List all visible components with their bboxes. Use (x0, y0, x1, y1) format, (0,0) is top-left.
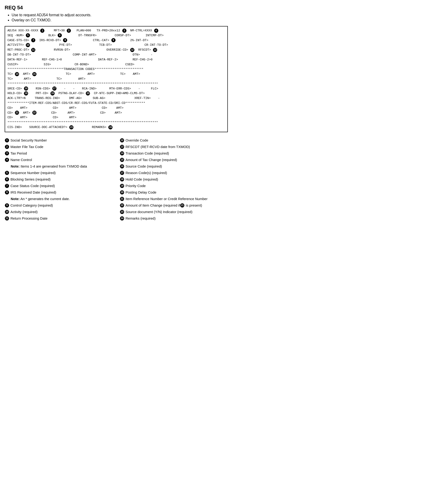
legend-text-3: Tax Period (11, 151, 27, 156)
circle-15: 15 (32, 72, 36, 76)
form-line-line7: DATA-REF-1> REF-CHG-1>0 DATA-REF-2> REF-… (7, 57, 225, 62)
circle-14: 14 (15, 72, 19, 76)
circle-11: 11 (5, 216, 9, 220)
form-line-line8: CUSIP> SIG> CR-BOND> CSED> (7, 62, 225, 67)
legend-item-24: 24Remarks (required) (120, 216, 228, 221)
circle-5: 5 (26, 33, 30, 37)
legend-item-21: 21Item Reference Number or Credit Refere… (120, 196, 228, 201)
circle-16: 16 (120, 164, 124, 168)
legend-text-12: Override Code (126, 138, 148, 143)
legend-text-19: Priority Code (126, 183, 146, 188)
legend-item-5: 5Sequence Number (required) (5, 170, 113, 175)
circle-2: 2 (67, 29, 71, 33)
legend-text-10: Activity (required) (11, 209, 38, 214)
form-line-line17: CD> AMT> CD> AMT> CD> AMT> (7, 106, 225, 111)
legend-note: Note: An * generates the current date. (11, 196, 113, 201)
circle-7: 7 (31, 38, 35, 42)
circle-8: 8 (63, 38, 67, 42)
circle-23: 23 (120, 210, 124, 214)
circle-21: 21 (120, 197, 124, 201)
bullet-list: Use to request ADJ54 format to adjust ac… (12, 13, 228, 22)
legend-item-4: 4Name Control (5, 157, 113, 162)
circle-9: 9 (111, 38, 115, 42)
legend-item-20: 20Posting Delay Code (120, 190, 228, 195)
circle-18: 18 (24, 91, 28, 95)
legend-item-18: 18Hold Code (required) (120, 177, 228, 182)
legend-text-8: IRS Received Date (required) (11, 190, 56, 195)
circle-13: 13 (153, 48, 157, 52)
legend-text-21: Item Reference Number or Credit Referenc… (126, 196, 208, 201)
form-line-line10: TC> 14 AMT> 15 TC> AMT> TC> AMT> (7, 72, 225, 77)
circle-2: 2 (5, 145, 9, 149)
form-line-line21: CIS-IND> SOURCE-DOC-ATTACHED?> 23 REMARK… (7, 125, 225, 130)
legend-item-8: 8IRS Received Date (required) (5, 190, 113, 195)
circle-1: 1 (40, 29, 44, 33)
legend-item-15: 15Amount of Tax Change (required) (120, 157, 228, 162)
legend-text-1: Social Security Number (11, 138, 47, 143)
circle-24: 24 (120, 216, 124, 220)
legend-text-11: Return Processing Date (11, 216, 47, 221)
circle-19: 19 (50, 91, 55, 95)
form-line-line11: TC> AMT> TC> AMT> (7, 77, 225, 82)
form-line-line9: *******************************TRANSACTI… (7, 67, 225, 72)
circle-17: 17 (120, 171, 124, 175)
circle-17: 17 (52, 86, 57, 91)
legend-item-10: 10Activity (required) (5, 209, 113, 214)
bullet-item-2: Overlay on CC TXMOD. (12, 18, 228, 22)
circle-20: 20 (86, 91, 90, 95)
legend-item-19: 19Priority Code (120, 183, 228, 188)
form-line-line5: RET-PROC-DT> 11 RVRSN-DT> OVERRIDE-CD> 1… (7, 48, 225, 52)
circle-3: 3 (5, 151, 9, 155)
legend-text-17: Reason Code(s) (required) (126, 170, 167, 175)
circle-6: 6 (5, 177, 9, 182)
legend-text-5: Sequence Number (required) (11, 170, 56, 175)
legend-item-14: 14Transaction Code (required) (120, 151, 228, 156)
circle-23: 23 (69, 125, 74, 129)
circle-19: 19 (120, 184, 124, 188)
legend-text-2: Master File Tax Code (11, 144, 43, 149)
legend-right-col: 12Override Code13RFSCDT (RET-RCVD date f… (120, 138, 228, 222)
circle-8: 8 (5, 190, 9, 195)
legend-left-col: 1Social Security Number2Master File Tax … (5, 138, 113, 222)
legend-text-24: Remarks (required) (126, 216, 156, 221)
legend-text-7: Case Status Code (required) (11, 183, 55, 188)
circle-24: 24 (108, 125, 112, 129)
circle-15: 15 (120, 158, 124, 162)
form-line-line16: ************ITEM-REF-CDS/ABST-CDS/CR-REF… (7, 101, 225, 106)
legend-text-4: Name Control (11, 157, 32, 162)
legend-item-3: 3Tax Period (5, 151, 113, 156)
form-line-line6: DB-INT-TO-DT> COMP-INT-AMT> OTN> - (7, 52, 225, 57)
legend-text-16: Source Code (required) (126, 164, 162, 169)
circle-9: 9 (5, 203, 9, 208)
form-line-line13: SRCE-CD> 16 RSN-CDS> 17 - - RCA-IND> MTH… (7, 86, 225, 91)
circle-11: 11 (31, 48, 35, 52)
circle-10: 10 (5, 210, 9, 214)
circle-22: 22 (120, 203, 124, 208)
form-line-line1: ADJ54 XXX-XX-XXXX 1 MFT>30 2 PLAN>000 TX… (7, 28, 225, 33)
form-line-line3: CASE-STS-CD> 7 IRS-RCVD-DT> 8 CTRL-CAT> … (7, 38, 225, 43)
legend-item-13: 13RFSCDT (RET-RCVD date from TXMOD) (120, 144, 228, 149)
circle-6: 6 (58, 33, 62, 37)
circle-21: 21 (180, 203, 184, 208)
circle-18: 18 (120, 177, 124, 182)
form-line-line20: ****************************************… (7, 120, 225, 125)
form-line-line2: SEQ -NUM> 5 BLK> 6 DT-TRNSFR> CORSP-DT> … (7, 33, 225, 38)
circle-7: 7 (5, 184, 9, 188)
legend-text-13: RFSCDT (RET-RCVD date from TXMOD) (126, 144, 190, 149)
legend-item-6: 6Blocking Series (required) (5, 177, 113, 182)
bullet-item-1: Use to request ADJ54 format to adjust ac… (12, 13, 228, 17)
legend-item-2: 2Master File Tax Code (5, 144, 113, 149)
legend-item-22: 22Amount of Item Change (required if 21 … (120, 203, 228, 208)
form-display: ADJ54 XXX-XX-XXXX 1 MFT>30 2 PLAN>000 TX… (5, 26, 228, 132)
circle-16: 16 (24, 86, 28, 91)
circle-1: 1 (5, 138, 9, 142)
circle-14: 14 (120, 151, 124, 155)
form-line-line12: ****************************************… (7, 82, 225, 86)
form-line-line19: CD> AMT> CD> AMT> (7, 115, 225, 120)
circle-22: 22 (32, 111, 36, 115)
legend-item-11: 11Return Processing Date (5, 216, 113, 221)
legend-item-16: 16Source Code (required) (120, 164, 228, 169)
circle-12: 12 (130, 48, 134, 52)
legend-grid: 1Social Security Number2Master File Tax … (5, 138, 228, 222)
legend-text-22: Amount of Item Change (required if (126, 203, 180, 208)
